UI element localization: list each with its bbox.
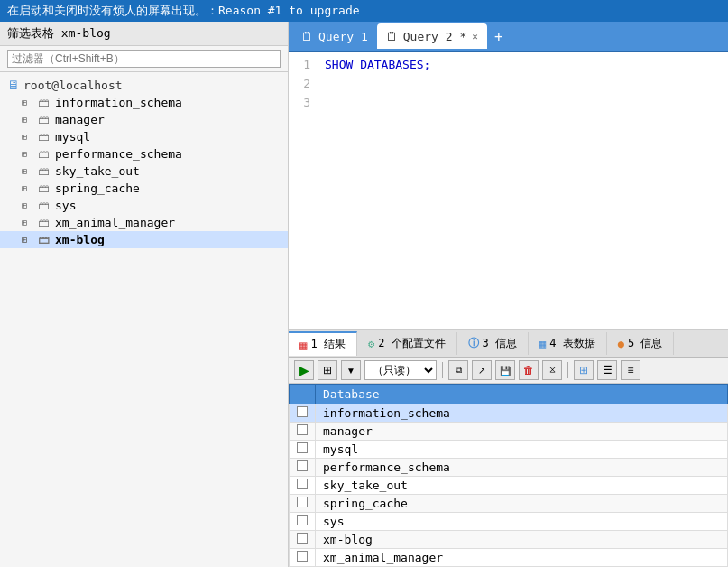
result-tab1-label: 1 结果 [310, 337, 345, 352]
code-line: 2 [296, 75, 721, 94]
db-cell: xm-blog [316, 531, 728, 549]
sidebar-db-item[interactable]: ⊞ 🗃 mysql [0, 128, 288, 145]
row-checkbox[interactable] [297, 424, 308, 435]
db-cylinder-icon: 🗃 [38, 164, 50, 178]
result-tab4-label: 4 表数据 [549, 336, 594, 351]
grid-view-button[interactable]: ⊞ [318, 360, 337, 380]
result-panel: ▦ 1 结果 ⚙ 2 个配置文件 ⓘ 3 信息 ▦ 4 表数据 ● 5 信息 [289, 329, 728, 567]
db-cell: mysql [316, 441, 728, 459]
layout-grid-button[interactable]: ⊞ [574, 360, 594, 380]
db-cell: manager [316, 423, 728, 441]
result-tabs-bar: ▦ 1 结果 ⚙ 2 个配置文件 ⓘ 3 信息 ▦ 4 表数据 ● 5 信息 [289, 330, 728, 358]
line-content: SHOW DATABASES; [325, 56, 430, 75]
row-checkbox-cell [290, 549, 316, 567]
result-tab3-icon: ⓘ [468, 336, 479, 351]
sidebar-db-item[interactable]: ⊞ 🗃 sys [0, 197, 288, 214]
top-banner: 在启动和关闭时没有烦人的屏幕出现。：Reason #1 to upgrade [0, 0, 728, 22]
export-button[interactable]: ↗ [472, 360, 492, 380]
save-button[interactable]: 💾 [495, 360, 515, 380]
execute-button[interactable]: ▶ [294, 360, 314, 380]
result-tab-2[interactable]: ⚙ 2 个配置文件 [357, 332, 457, 355]
sidebar-tree: 🖥 root@localhost ⊞ 🗃 information_schema … [0, 72, 288, 567]
row-checkbox[interactable] [297, 406, 308, 417]
row-checkbox[interactable] [297, 442, 308, 453]
db-name: sky_take_out [55, 164, 140, 178]
db-name: mysql [55, 130, 90, 144]
db-cell: information_schema [316, 404, 728, 423]
tab2-label: Query 2 * [403, 30, 466, 43]
table-row[interactable]: xm-blog [290, 531, 728, 549]
line-number: 1 [296, 56, 310, 75]
sidebar-db-item[interactable]: ⊞ 🗃 xm_animal_manager [0, 214, 288, 231]
tab1-label: Query 1 [318, 30, 368, 43]
row-checkbox-cell [290, 423, 316, 441]
db-cell: xm_animal_manager [316, 549, 728, 567]
row-checkbox[interactable] [297, 515, 308, 525]
expand-icon: ⊞ [22, 200, 32, 210]
result-tab-1[interactable]: ▦ 1 结果 [289, 331, 357, 356]
line-number: 3 [296, 94, 310, 113]
row-checkbox[interactable] [297, 460, 308, 471]
root-label: root@localhost [23, 79, 123, 92]
table-row[interactable]: sky_take_out [290, 477, 728, 495]
db-cylinder-icon: 🗃 [38, 147, 50, 161]
table-row[interactable]: information_schema [290, 404, 728, 423]
layout-list-button[interactable]: ☰ [597, 360, 617, 380]
row-checkbox-cell [290, 459, 316, 477]
row-checkbox[interactable] [297, 479, 308, 489]
query-tab-2[interactable]: 🗒 Query 2 * ✕ [377, 23, 487, 49]
table-row[interactable]: mysql [290, 441, 728, 459]
db-cylinder-icon: 🗃 [38, 216, 50, 229]
main-layout: 筛选表格 xm-blog 🖥 root@localhost ⊞ 🗃 inform… [0, 22, 728, 567]
tree-root[interactable]: 🖥 root@localhost [0, 76, 288, 94]
sidebar-db-item[interactable]: ⊞ 🗃 sky_take_out [0, 163, 288, 180]
result-tab-5[interactable]: ● 5 信息 [607, 332, 675, 355]
tab2-close[interactable]: ✕ [472, 31, 478, 42]
row-checkbox[interactable] [297, 551, 308, 562]
server-icon: 🖥 [7, 78, 20, 92]
copy-button[interactable]: ⧉ [448, 360, 468, 380]
table-row[interactable]: manager [290, 423, 728, 441]
filter-button[interactable]: ⧖ [542, 360, 562, 380]
db-cell: spring_cache [316, 495, 728, 513]
sidebar-db-item[interactable]: ⊞ 🗃 performance_schema [0, 145, 288, 163]
sidebar-db-item[interactable]: ⊞ 🗃 spring_cache [0, 180, 288, 197]
expand-icon: ⊞ [22, 235, 32, 245]
row-checkbox[interactable] [297, 497, 308, 507]
sidebar-db-item[interactable]: ⊞ 🗃 manager [0, 111, 288, 128]
expand-icon: ⊞ [22, 132, 32, 142]
db-name: spring_cache [55, 181, 140, 195]
result-tab-3[interactable]: ⓘ 3 信息 [457, 332, 529, 355]
query-tabs-bar: 🗒 Query 1 🗒 Query 2 * ✕ + [289, 22, 728, 52]
result-tab-4[interactable]: ▦ 4 表数据 [529, 332, 607, 355]
code-line: 1 SHOW DATABASES; [296, 56, 721, 75]
tab2-icon: 🗒 [386, 30, 398, 43]
db-name: xm-blog [55, 233, 105, 246]
db-name: xm_animal_manager [55, 216, 175, 229]
db-cylinder-icon: 🗃 [38, 130, 50, 144]
sidebar-db-item[interactable]: ⊞ 🗃 information_schema [0, 94, 288, 111]
table-row[interactable]: spring_cache [290, 495, 728, 513]
db-cell: sky_take_out [316, 477, 728, 495]
dropdown-arrow[interactable]: ▼ [341, 360, 361, 380]
db-cell: sys [316, 513, 728, 531]
sidebar-db-item[interactable]: ⊞ 🗃 xm-blog [0, 231, 288, 248]
table-row[interactable]: xm_animal_manager [290, 549, 728, 567]
code-editor[interactable]: 1 SHOW DATABASES; 2 3 [289, 52, 728, 329]
db-name: performance_schema [55, 147, 182, 161]
result-toolbar: ▶ ⊞ ▼ （只读） 编辑 ⧉ ↗ 💾 🗑 ⧖ ⊞ ☰ ≡ [289, 358, 728, 384]
expand-icon: ⊞ [22, 183, 32, 193]
db-cylinder-icon: 🗃 [38, 181, 50, 195]
delete-button[interactable]: 🗑 [519, 360, 539, 380]
row-checkbox-cell [290, 513, 316, 531]
table-row[interactable]: performance_schema [290, 459, 728, 477]
row-checkbox[interactable] [297, 533, 308, 544]
expand-icon: ⊞ [22, 115, 32, 125]
result-tab3-label: 3 信息 [483, 336, 517, 351]
query-tab-1[interactable]: 🗒 Query 1 [292, 23, 377, 49]
mode-select[interactable]: （只读） 编辑 [364, 360, 437, 380]
filter-input[interactable] [7, 50, 281, 68]
table-row[interactable]: sys [290, 513, 728, 531]
layout-detail-button[interactable]: ≡ [621, 360, 640, 380]
add-tab-button[interactable]: + [487, 26, 511, 47]
